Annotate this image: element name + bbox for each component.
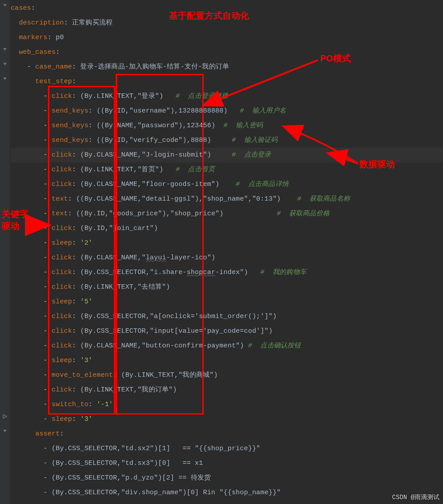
code-line: - switch_to: '-1' (11, 397, 443, 412)
code-line: - click: (By.CLASS_NAME,"button-confirm-… (11, 339, 443, 353)
code-line: - click: (By.CLASS_NAME,"layui-layer-ico… (11, 250, 443, 265)
fold-icon[interactable] (2, 47, 8, 52)
code-line: - click: (By.CSS_SELECTOR,"a[onclick='su… (11, 309, 443, 324)
code-line: - click: (By.LINK_TEXT,"去结算") (11, 280, 443, 294)
code-line: - click: (By.CLASS_NAME,"floor-goods-ite… (11, 177, 443, 192)
code-line: - sleep: '3' (11, 353, 443, 368)
fold-icon[interactable] (2, 61, 8, 67)
code-line: - send_keys: ((By.ID,"username"),1328888… (11, 104, 443, 118)
fold-gutter (0, 0, 10, 504)
code-line: markers: p0 (11, 30, 443, 45)
code-line: - click: (By.CSS_SELECTOR,"input[value='… (11, 324, 443, 339)
code-line: - click: (By.CLASS_NAME,"J-login-submit"… (11, 148, 443, 162)
code-line: - send_keys: ((By.NAME,"password"),12345… (11, 118, 443, 133)
code-line: - (By.CSS_SELECTOR,"td.sx2")[1] == "{{sh… (11, 441, 443, 456)
code-line: - sleep: '2' (11, 236, 443, 250)
fold-icon[interactable] (2, 414, 8, 419)
code-line: - click: (By.ID,"join_cart") (11, 221, 443, 236)
watermark: CSDN @雨滴测试 (392, 493, 439, 501)
code-line: - (By.CSS_SELECTOR,"div.shop_name")[0] R… (11, 485, 443, 500)
code-line: description: 正常购买流程 (11, 16, 443, 30)
code-line: - move_to_element: (By.LINK_TEXT,"我的商城") (11, 368, 443, 383)
code-line: - click: (By.LINK_TEXT,"登录") # 点击登录链接 (11, 89, 443, 104)
code-line: - sleep: '3' (11, 412, 443, 427)
code-line: - (By.CSS_SELECTOR,"p.d_yzo")[2] == 待发货 (11, 471, 443, 485)
code-line: - click: (By.CSS_SELECTOR,"i.share-shopc… (11, 265, 443, 280)
code-line: test_step: (11, 74, 443, 89)
code-line: - send_keys: ((By.ID,"verify_code"),8888… (11, 133, 443, 148)
code-line: - (By.CSS_SELECTOR,"td.sx3")[0] == x1 (11, 456, 443, 471)
code-line: assert: (11, 427, 443, 441)
code-line: - click: (By.LINK_TEXT,"首页") # 点击首页 (11, 162, 443, 177)
code-editor: cases: description: 正常购买流程 markers: p0 w… (0, 0, 443, 504)
code-line: - sleep: '5' (11, 294, 443, 309)
code-area: cases: description: 正常购买流程 markers: p0 w… (11, 0, 443, 500)
code-line: - case_name: 登录-选择商品-加入购物车-结算-支付-我的订单 (11, 60, 443, 74)
code-line: cases: (11, 1, 443, 16)
fold-icon[interactable] (2, 428, 8, 434)
code-line: - text: ((By.CLASS_NAME,"detail-ggsl"),"… (11, 192, 443, 206)
code-line: - text: ((By.ID,"goods_price"),"shop_pri… (11, 206, 443, 221)
code-line: - click: (By.LINK_TEXT,"我的订单") (11, 383, 443, 397)
fold-icon[interactable] (2, 76, 8, 81)
fold-icon[interactable] (2, 3, 8, 8)
code-line: web_cases: (11, 45, 443, 60)
